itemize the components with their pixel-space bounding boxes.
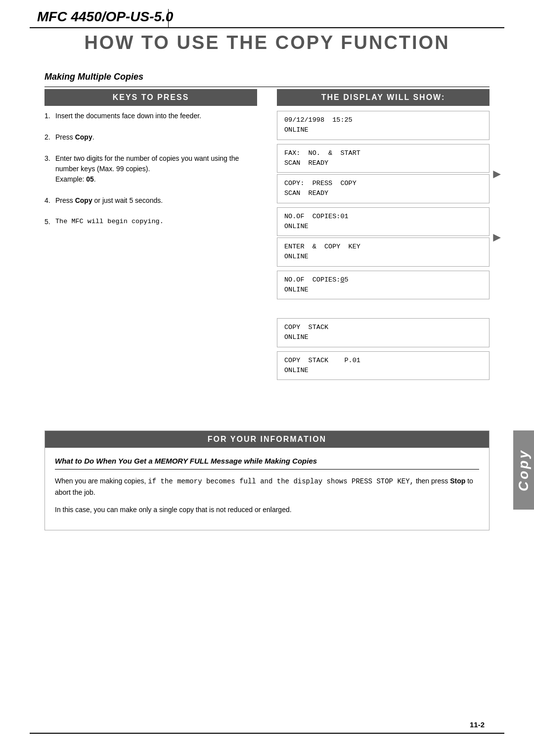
step-4-bold: Copy [75,196,92,204]
display-header: THE DISPLAY WILL SHOW: [277,89,490,106]
step-4: 4. Press Copy or just wait 5 seconds. [44,195,257,206]
step-2-num: 2. [44,132,55,142]
two-column-layout: KEYS TO PRESS 1. Insert the documents fa… [44,89,490,383]
display-area: 09/12/1998 15:25 ONLINE FAX: NO. & START… [277,111,490,380]
step-5-text: The MFC will begin copying. [55,217,257,227]
section-subtitle: Making Multiple Copies [44,72,143,82]
arrow-group-2: ► [490,166,503,181]
step-3-text: Enter two digits for the number of copie… [55,153,257,185]
header-divider [168,9,169,28]
arrow-group-3: ► [490,229,503,244]
side-tab-label: Copy [516,449,532,491]
side-tab: Copy [513,430,534,510]
right-column: THE DISPLAY WILL SHOW: 09/12/1998 15:25 … [267,89,490,383]
left-column: KEYS TO PRESS 1. Insert the documents fa… [44,89,267,383]
display-group-3: NO.OF COPIES:01 ONLINE ENTER & COPY KEY … [277,207,490,267]
display-box-1: 09/12/1998 15:25 ONLINE [277,111,490,140]
display-spacer [277,303,490,318]
step-3: 3. Enter two digits for the number of co… [44,153,257,185]
display-box-5: COPY STACK ONLINE [277,318,490,347]
display-box-2a: FAX: NO. & START SCAN READY [277,144,490,173]
bottom-border [30,733,504,734]
info-box-header: FOR YOUR INFORMATION [45,431,489,448]
step-3-num: 3. [44,153,55,164]
step-2-text: Press Copy. [55,132,257,142]
display-box-3b: ENTER & COPY KEY ONLINE [277,237,490,267]
step-4-text: Press Copy or just wait 5 seconds. [55,195,257,206]
step-1-text: Insert the documents face down into the … [55,111,257,121]
display-box-3a: NO.OF COPIES:01 ONLINE [277,207,490,236]
model-number: MFC 4450/OP-US-5.0 [37,9,173,25]
info-box-para-1: When you are making copies, if the memor… [55,475,479,498]
page-title: HOW TO USE THE COPY FUNCTION [0,32,534,53]
info-box-title: What to Do When You Get a MEMORY FULL Me… [55,457,479,465]
display-box-6: COPY STACK P.01 ONLINE [277,351,490,380]
step-5-num: 5. [44,217,55,227]
info-box-rule [55,469,479,470]
page: MFC 4450/OP-US-5.0 HOW TO USE THE COPY F… [0,0,534,756]
step-2: 2. Press Copy. [44,132,257,142]
subtitle-rule [44,87,490,87]
steps-list: 1. Insert the documents face down into t… [44,111,257,227]
step-4-num: 4. [44,195,55,206]
info-box-para-2: In this case, you can make only a single… [55,504,479,515]
top-border [30,27,504,28]
keys-to-press-header: KEYS TO PRESS [44,89,257,106]
step-1-num: 1. [44,111,55,121]
display-group-2: FAX: NO. & START SCAN READY COPY: PRESS … [277,144,490,203]
info-bold-stop: Stop [450,477,465,485]
info-box: FOR YOUR INFORMATION What to Do When You… [44,430,490,530]
display-box-2b: COPY: PRESS COPY SCAN READY [277,174,490,203]
step-3-example: 05 [86,175,94,183]
info-mono-1: if the memory becomes full and the displ… [148,477,414,485]
step-2-bold: Copy [75,133,92,141]
step-1: 1. Insert the documents face down into t… [44,111,257,121]
step-5: 5. The MFC will begin copying. [44,217,257,227]
display-box-4: NO.OF COPIES:05 ONLINE [277,271,490,300]
page-number: 11-2 [470,720,485,729]
info-box-content: What to Do When You Get a MEMORY FULL Me… [45,448,489,530]
